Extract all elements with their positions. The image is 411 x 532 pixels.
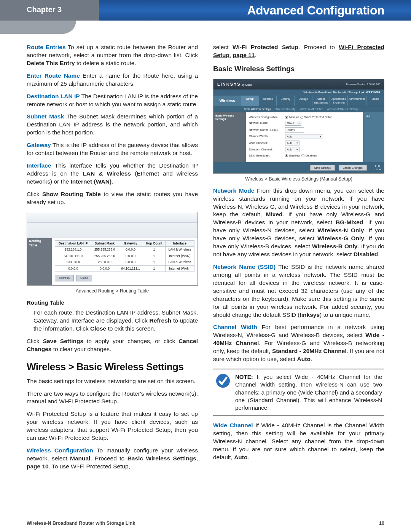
- label-channel-width: Channel Width: [213, 324, 257, 330]
- link-page-10[interactable]: page 10: [27, 463, 49, 470]
- label-interface: Interface: [27, 162, 51, 169]
- wireless-section-label: Wireless: [213, 96, 241, 106]
- figure-caption-basic-wireless: Wireless > Basic Wireless Settings (Manu…: [213, 176, 384, 182]
- header-tab-stub: [0, 21, 76, 34]
- network-mode-select[interactable]: Mixed: [285, 121, 301, 126]
- heading-wireless-basic-settings: Wireless > Basic Wireless Settings: [27, 360, 198, 374]
- para-wide-channel: Wide Channel If Wide - 40MHz Channel is …: [213, 422, 384, 462]
- subtab-wireless-security[interactable]: Wireless Security: [276, 108, 296, 110]
- wide-channel-select[interactable]: Auto: [285, 141, 299, 145]
- header-title-bar: Advanced Configuration: [99, 0, 411, 21]
- rt-header: Gateway: [118, 240, 143, 246]
- link-page-11[interactable]: page 11: [233, 52, 255, 58]
- checkmark-icon: [215, 373, 231, 388]
- form-side-label: Basic Wireless Settings: [213, 112, 246, 162]
- label-gateway: Gateway: [27, 142, 51, 148]
- para-select-wps: select Wi-Fi Protected Setup. Proceed to…: [213, 43, 384, 59]
- firmware-version: Firmware Version: 1.00.01 B06: [346, 83, 380, 86]
- linksys-logo: LINKSYS: [217, 82, 241, 86]
- refresh-button[interactable]: Refresh: [55, 275, 74, 281]
- subtab-mac-filter[interactable]: Wireless MAC Filter: [300, 108, 323, 110]
- link-basic-wireless-settings[interactable]: Basic Wireless Settings: [127, 455, 196, 462]
- cancel-changes-button[interactable]: Cancel Changes: [339, 165, 367, 171]
- chapter-label: Chapter 3: [0, 0, 99, 21]
- routing-table-side-label: Routing Table: [27, 238, 52, 285]
- radio-manual[interactable]: [285, 116, 288, 119]
- tab-status[interactable]: Status: [366, 96, 384, 106]
- para-route-entries: Route Entries To set up a static route b…: [27, 43, 198, 67]
- rt-header: Interface: [165, 240, 194, 246]
- heading-routing-table: Routing Table: [27, 299, 198, 307]
- subtab-advanced-wireless[interactable]: Advanced Wireless Settings: [327, 108, 360, 110]
- para-basic-settings-intro: The basic settings for wireless networki…: [27, 377, 198, 385]
- rt-header: Destination LAN IP: [55, 240, 91, 246]
- ssid-input[interactable]: linksys: [285, 127, 304, 132]
- table-row: 64.101.111.0255.255.255.00.0.0.01Interne…: [55, 253, 194, 259]
- rt-header: Subnet Mask: [91, 240, 118, 246]
- para-interface: Interface This interface tells you wheth…: [27, 162, 198, 186]
- page-footer: Wireless-N Broadband Router with Storage…: [27, 521, 384, 526]
- figure-caption-routing-table: Advanced Routing > Routing Table: [27, 288, 198, 294]
- para-wps-desc: Wi-Fi Protected Setup is a feature that …: [27, 410, 198, 442]
- tab-storage[interactable]: Storage: [294, 96, 312, 106]
- footer-product: Wireless-N Broadband Router with Storage…: [27, 521, 135, 526]
- para-subnet-mask: Subnet Mask The Subnet Mask determines w…: [27, 113, 198, 137]
- save-settings-button[interactable]: Save Settings: [310, 165, 335, 171]
- para-gateway: Gateway This is the IP address of the ga…: [27, 141, 198, 157]
- note-text: NOTE: If you select Wide - 40MHz Channel…: [235, 373, 382, 412]
- tab-security[interactable]: Security: [276, 96, 294, 106]
- para-channel-width: Channel Width For best performance in a …: [213, 323, 384, 363]
- tab-setup[interactable]: Setup: [241, 96, 259, 106]
- help-link[interactable]: Help...: [363, 112, 384, 120]
- rt-header: Hop Count: [143, 240, 165, 246]
- para-destination-lan-ip: Destination LAN IP The Destination LAN I…: [27, 93, 198, 109]
- label-enter-route-name: Enter Route Name: [27, 72, 80, 79]
- tab-access-restrictions[interactable]: Access Restrictions: [312, 96, 330, 106]
- para-show-routing-table: Click Show Routing Table to view the sta…: [27, 190, 198, 206]
- routing-table: Destination LAN IP Subnet Mask Gateway H…: [55, 240, 194, 272]
- radio-wps[interactable]: [300, 116, 303, 119]
- label-subnet-mask: Subnet Mask: [27, 113, 64, 120]
- label-network-name-ssid: Network Name (SSID): [213, 264, 276, 270]
- para-network-mode: Network Mode From this drop-down menu, y…: [213, 187, 384, 259]
- label-route-entries: Route Entries: [27, 44, 66, 50]
- table-row: 239.0.0.0255.0.0.00.0.0.01LAN & Wireless: [55, 259, 194, 265]
- page-title: Advanced Configuration: [247, 3, 384, 18]
- para-wireless-configuration: Wireless Configuration To manually confi…: [27, 447, 198, 471]
- note-box: NOTE: If you select Wide - 40MHz Channel…: [213, 369, 384, 416]
- label-network-mode: Network Mode: [213, 187, 254, 194]
- label-destination-lan-ip: Destination LAN IP: [27, 93, 80, 99]
- footer-page-number: 10: [379, 521, 384, 526]
- channel-width-select[interactable]: Auto: [285, 134, 323, 139]
- tab-administration[interactable]: Administration: [347, 96, 366, 106]
- label-wide-channel: Wide Channel: [213, 422, 253, 428]
- para-two-ways: There are two ways to configure the Rout…: [27, 390, 198, 406]
- radio-ssid-disabled[interactable]: [301, 154, 304, 157]
- close-button[interactable]: Close: [76, 275, 92, 281]
- table-row: 0.0.0.00.0.0.064.101.111.11Internet (WAN…: [55, 265, 194, 272]
- left-column: Route Entries To set up a static route b…: [27, 43, 198, 475]
- table-row: 192.168.1.0255.255.255.00.0.0.01LAN & Wi…: [55, 247, 194, 253]
- radio-ssid-enabled[interactable]: [285, 154, 288, 157]
- para-network-name-ssid: Network Name (SSID) The SSID is the netw…: [213, 263, 384, 319]
- right-column: select Wi-Fi Protected Setup. Proceed to…: [213, 43, 384, 475]
- para-save-cancel: Click Save Settings to apply your change…: [27, 337, 198, 353]
- figure-routing-table: Routing Table Destination LAN IP Subnet …: [27, 212, 198, 286]
- cisco-logo: ·ı|ı·ı|ı·cisco: [374, 164, 381, 171]
- page-header: Chapter 3 Advanced Configuration: [0, 0, 411, 21]
- tab-applications-gaming[interactable]: Applications & Gaming: [330, 96, 347, 106]
- subtab-basic-wireless[interactable]: Basic Wireless Settings: [244, 108, 271, 110]
- para-routing-table-desc: For each route, the Destination LAN IP a…: [27, 309, 198, 333]
- figure-basic-wireless-settings: LINKSYS by Cisco Firmware Version: 1.00.…: [213, 79, 384, 173]
- heading-basic-wireless-settings: Basic Wireless Settings: [213, 64, 384, 74]
- para-enter-route-name: Enter Route Name Enter a name for the Ro…: [27, 72, 198, 88]
- tab-wireless[interactable]: Wireless: [259, 96, 277, 106]
- standard-channel-select[interactable]: Auto: [285, 147, 299, 152]
- label-wireless-configuration: Wireless Configuration: [27, 447, 93, 454]
